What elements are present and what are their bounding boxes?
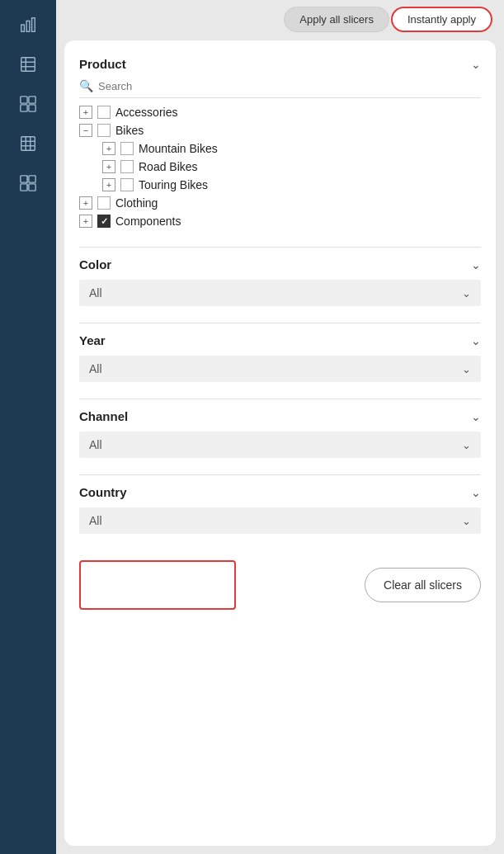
product-search-row: 🔍 (79, 76, 481, 98)
svg-rect-3 (21, 58, 35, 72)
product-section-title: Product (79, 57, 126, 71)
product-section: Product ⌄ 🔍 + Accessories − Bikes (79, 57, 481, 230)
year-section-header[interactable]: Year ⌄ (79, 333, 481, 352)
svg-rect-7 (21, 97, 27, 103)
checkbox-clothing[interactable] (97, 196, 111, 210)
tree-item-clothing: + Clothing (79, 194, 481, 212)
year-dropdown[interactable]: All ⌄ (79, 356, 481, 382)
svg-rect-16 (21, 176, 27, 182)
checkbox-mountain-bikes[interactable] (120, 142, 134, 155)
expand-bikes[interactable]: − (79, 124, 92, 137)
year-chevron-icon: ⌄ (471, 334, 481, 347)
country-dropdown-chevron: ⌄ (462, 515, 471, 527)
expand-touring-bikes[interactable]: + (102, 178, 115, 191)
expand-clothing[interactable]: + (79, 196, 92, 210)
expand-accessories[interactable]: + (79, 106, 92, 119)
country-dropdown[interactable]: All ⌄ (79, 507, 481, 534)
apply-box[interactable] (79, 560, 236, 610)
divider-4 (79, 474, 481, 475)
country-section: Country ⌄ All ⌄ (79, 485, 481, 534)
color-select-value: All (89, 286, 102, 300)
svg-rect-2 (32, 18, 35, 32)
sidebar (0, 0, 56, 854)
tab-apply-all[interactable]: Apply all slicers (284, 7, 389, 32)
checkbox-components[interactable] (97, 215, 111, 228)
channel-dropdown-chevron: ⌄ (462, 439, 471, 451)
label-components: Components (115, 215, 181, 228)
country-select-value: All (89, 514, 102, 527)
clear-all-slicers-button[interactable]: Clear all slicers (365, 568, 481, 602)
checkbox-touring-bikes[interactable] (120, 178, 134, 191)
matrix2-icon[interactable] (10, 165, 46, 201)
color-section-header[interactable]: Color ⌄ (79, 257, 481, 276)
divider-1 (79, 247, 481, 248)
label-clothing: Clothing (115, 196, 158, 210)
svg-rect-10 (29, 105, 35, 111)
color-dropdown-chevron: ⌄ (462, 287, 471, 300)
channel-section: Channel ⌄ All ⌄ (79, 409, 481, 458)
svg-rect-8 (29, 97, 35, 103)
bottom-area: Clear all slicers (79, 557, 481, 610)
channel-select-value: All (89, 438, 102, 451)
year-section: Year ⌄ All ⌄ (79, 333, 481, 382)
svg-rect-11 (21, 137, 35, 151)
svg-rect-17 (29, 176, 35, 182)
expand-components[interactable]: + (79, 215, 92, 228)
svg-rect-18 (21, 184, 27, 191)
filter-panel: Product ⌄ 🔍 + Accessories − Bikes (64, 40, 496, 846)
product-section-header[interactable]: Product ⌄ (79, 57, 481, 76)
tree-item-touring-bikes: + Touring Bikes (79, 176, 481, 194)
label-road-bikes: Road Bikes (139, 160, 198, 173)
country-chevron-icon: ⌄ (471, 486, 481, 499)
channel-section-title: Channel (79, 409, 128, 423)
tree-item-bikes: − Bikes (79, 121, 481, 139)
year-dropdown-chevron: ⌄ (462, 363, 471, 375)
label-accessories: Accessories (115, 106, 177, 119)
color-section-title: Color (79, 257, 111, 271)
color-dropdown[interactable]: All ⌄ (79, 280, 481, 306)
checkbox-accessories[interactable] (97, 106, 111, 119)
svg-rect-1 (26, 21, 30, 31)
year-select-value: All (89, 362, 102, 375)
main-area: Apply all slicers Instantly apply Produc… (56, 0, 504, 854)
channel-dropdown[interactable]: All ⌄ (79, 432, 481, 458)
tree-item-mountain-bikes: + Mountain Bikes (79, 139, 481, 158)
tabs-bar: Apply all slicers Instantly apply (64, 7, 496, 32)
country-section-header[interactable]: Country ⌄ (79, 485, 481, 504)
tree-item-components: + Components (79, 212, 481, 230)
tree-item-accessories: + Accessories (79, 103, 481, 121)
divider-2 (79, 323, 481, 323)
divider-3 (79, 399, 481, 399)
product-chevron-icon: ⌄ (471, 58, 481, 71)
expand-mountain-bikes[interactable]: + (102, 142, 115, 155)
channel-chevron-icon: ⌄ (471, 410, 481, 423)
label-mountain-bikes: Mountain Bikes (139, 142, 218, 155)
bar-chart-icon[interactable] (10, 7, 46, 43)
svg-rect-9 (21, 105, 27, 111)
color-chevron-icon: ⌄ (471, 258, 481, 271)
table-icon[interactable] (10, 46, 46, 83)
tab-instantly-apply[interactable]: Instantly apply (391, 7, 492, 32)
label-bikes: Bikes (115, 124, 144, 137)
channel-section-header[interactable]: Channel ⌄ (79, 409, 481, 428)
table2-icon[interactable] (10, 125, 46, 162)
search-icon: 🔍 (79, 79, 93, 92)
label-touring-bikes: Touring Bikes (139, 178, 208, 191)
year-section-title: Year (79, 333, 106, 347)
matrix-icon[interactable] (10, 86, 46, 122)
checkbox-road-bikes[interactable] (120, 160, 134, 173)
svg-rect-19 (29, 184, 35, 191)
tree-item-road-bikes: + Road Bikes (79, 158, 481, 176)
country-section-title: Country (79, 485, 127, 499)
color-section: Color ⌄ All ⌄ (79, 257, 481, 306)
product-search-input[interactable] (98, 80, 481, 92)
svg-rect-0 (21, 25, 25, 31)
expand-road-bikes[interactable]: + (102, 160, 115, 173)
checkbox-bikes[interactable] (97, 124, 111, 137)
